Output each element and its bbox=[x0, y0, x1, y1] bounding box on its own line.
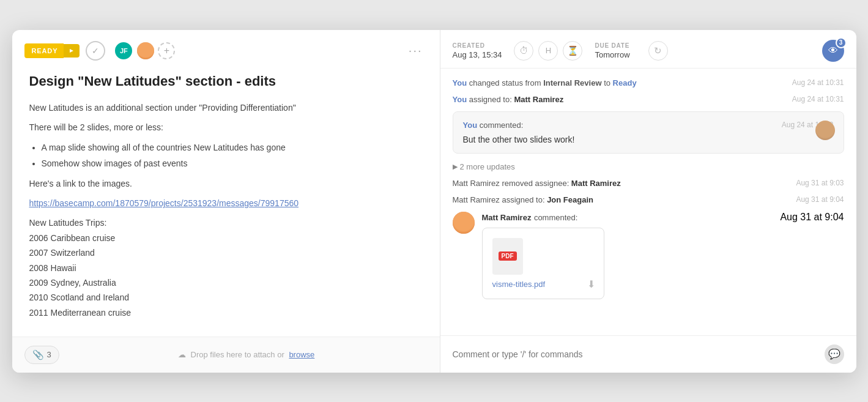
comment-body-you: But the other two slides work! bbox=[463, 135, 834, 144]
attachments-btn[interactable]: 📎 3 bbox=[24, 346, 59, 364]
download-icon[interactable]: ⬇ bbox=[587, 278, 595, 290]
task-title: Design "New Latitudes" section - edits bbox=[29, 73, 423, 91]
text-pre-1: changed status from bbox=[469, 78, 543, 87]
status-arrow-btn[interactable] bbox=[64, 44, 80, 58]
removed-assignee: Matt Ramirez bbox=[571, 179, 621, 188]
person-h-icon: H bbox=[538, 41, 558, 61]
trips-label: New Latitudes Trips: bbox=[29, 216, 423, 229]
activity-status-change: You changed status from Internal Review … bbox=[453, 78, 844, 87]
watcher-count: 3 bbox=[836, 37, 847, 48]
matt-comment-block: Matt Ramirez commented: Aug 31 at 9:04 P… bbox=[453, 212, 844, 299]
matt-comment-body: Matt Ramirez commented: Aug 31 at 9:04 P… bbox=[482, 212, 844, 299]
attach-count-label: 3 bbox=[47, 350, 51, 359]
activity-removed-assignee: Matt Ramirez removed assignee: Matt Rami… bbox=[453, 179, 844, 188]
modal-body: READY ✓ JF + bbox=[12, 30, 856, 373]
trip-6: 2011 Mediterranean cruise bbox=[29, 306, 423, 319]
bullet-item-2: Somehow show images of past events bbox=[42, 157, 423, 170]
trip-1: 2006 Caribbean cruise bbox=[29, 231, 423, 245]
left-header: READY ✓ JF + bbox=[12, 30, 440, 67]
task-modal: READY ✓ JF + bbox=[12, 30, 856, 373]
check-icon: ✓ bbox=[92, 46, 99, 56]
activity-text-4: Matt Ramirez assigned to: Jon Feagain bbox=[453, 195, 792, 204]
status-badge-group[interactable]: READY bbox=[24, 43, 80, 58]
assignee-group: JF + bbox=[114, 41, 175, 61]
actor-you-1: You bbox=[453, 78, 467, 87]
due-date-meta: DUE DATE Tomorrow bbox=[595, 42, 629, 59]
status-label: READY bbox=[32, 47, 58, 54]
pdf-filename[interactable]: visme-titles.pdf bbox=[492, 280, 546, 289]
pdf-label: PDF bbox=[499, 251, 517, 261]
status-from-1: Internal Review bbox=[543, 78, 601, 87]
more-options-btn[interactable]: ··· bbox=[404, 41, 428, 60]
hourglass-icon: ⏳ bbox=[563, 41, 582, 61]
actor-you-2: You bbox=[453, 95, 467, 104]
trip-4: 2009 Sydney, Australia bbox=[29, 276, 423, 289]
status-to-1: Ready bbox=[613, 78, 637, 87]
text-pre-2: assigned to: bbox=[469, 95, 514, 104]
activity-text-2: You assigned to: Matt Ramirez bbox=[453, 95, 787, 104]
drop-text: Drop files here to attach or bbox=[191, 350, 284, 359]
assignee-name-1: Matt Ramirez bbox=[514, 95, 563, 104]
comment-actor-you: You bbox=[463, 121, 478, 130]
matt-name-label: Matt Ramirez bbox=[482, 213, 532, 222]
created-value: Aug 13, 15:34 bbox=[453, 50, 502, 59]
svg-marker-0 bbox=[70, 49, 73, 53]
timestamp-3: Aug 31 at 9:03 bbox=[796, 179, 844, 187]
task-body: New Latitudes is an additional section u… bbox=[29, 101, 423, 319]
timestamp-1: Aug 24 at 10:31 bbox=[792, 78, 844, 87]
activity-text-3: Matt Ramirez removed assignee: Matt Rami… bbox=[453, 179, 792, 188]
activity-assign-jon: Matt Ramirez assigned to: Jon Feagain Au… bbox=[453, 195, 844, 204]
trip-3: 2008 Hawaii bbox=[29, 261, 423, 275]
comment-header-you: You commented: Aug 24 at 10:32 bbox=[463, 121, 834, 130]
more-updates-label: 2 more updates bbox=[460, 162, 515, 171]
text-mid-1: to bbox=[604, 78, 612, 87]
cloud-icon: ☁ bbox=[178, 350, 186, 359]
left-footer: 📎 3 ☁ Drop files here to attach or brows… bbox=[12, 337, 440, 373]
right-panel: CREATED Aug 13, 15:34 ⏱ H ⏳ DUE DATE Tom… bbox=[440, 30, 856, 373]
complete-btn[interactable]: ✓ bbox=[86, 41, 105, 61]
trips-section: New Latitudes Trips: 2006 Caribbean crui… bbox=[29, 216, 423, 319]
timestamp-2: Aug 24 at 10:31 bbox=[792, 95, 844, 103]
matt-avatar bbox=[453, 212, 475, 234]
comment-input[interactable] bbox=[453, 349, 825, 359]
timestamp-4: Aug 31 at 9:04 bbox=[796, 195, 844, 204]
avatar-jf: JF bbox=[114, 41, 133, 61]
basecamp-link[interactable]: https://basecamp.com/1870579/projects/25… bbox=[29, 198, 299, 208]
chevron-right-icon: ▶ bbox=[453, 163, 458, 171]
status-badge[interactable]: READY bbox=[24, 43, 64, 58]
matt-action-label: commented: bbox=[534, 213, 578, 222]
due-label: DUE DATE bbox=[595, 42, 629, 49]
right-header: CREATED Aug 13, 15:34 ⏱ H ⏳ DUE DATE Tom… bbox=[440, 30, 856, 69]
created-label: CREATED bbox=[453, 42, 502, 49]
matt-comment-ts: Aug 31 at 9:04 bbox=[780, 212, 844, 223]
add-assignee-btn[interactable]: + bbox=[158, 42, 175, 59]
send-comment-btn[interactable]: 💬 bbox=[825, 344, 844, 364]
jon-name: Jon Feagain bbox=[547, 195, 593, 204]
you-comment-block: You commented: Aug 24 at 10:32 But the o… bbox=[453, 111, 844, 154]
right-footer: 💬 bbox=[440, 335, 856, 373]
link-intro: Here's a link to the images. bbox=[29, 177, 423, 190]
created-meta: CREATED Aug 13, 15:34 bbox=[453, 42, 502, 59]
assignee-status-icons: ⏱ H ⏳ bbox=[514, 41, 582, 61]
trip-2: 2007 Switzerland bbox=[29, 246, 423, 259]
watchers-btn[interactable]: 👁 3 bbox=[822, 40, 844, 62]
avatar-matt bbox=[136, 41, 155, 61]
comment-author-you: You commented: bbox=[463, 121, 524, 130]
send-icon: 💬 bbox=[828, 348, 840, 360]
pdf-icon-box: PDF bbox=[492, 238, 523, 275]
browse-link[interactable]: browse bbox=[289, 350, 314, 359]
activity-assign: You assigned to: Matt Ramirez Aug 24 at … bbox=[453, 95, 844, 104]
pdf-attachment[interactable]: PDF visme-titles.pdf ⬇ bbox=[482, 228, 604, 299]
pin-icon: 📎 bbox=[32, 349, 44, 360]
removed-text: Matt Ramirez removed assignee: bbox=[453, 179, 571, 188]
activity-feed: You changed status from Internal Review … bbox=[440, 69, 856, 335]
more-updates-toggle[interactable]: ▶ 2 more updates bbox=[453, 162, 844, 171]
eye-icon: 👁 bbox=[828, 45, 838, 56]
comment-avatar-you bbox=[815, 121, 835, 140]
clock-icon: ⏱ bbox=[514, 41, 533, 61]
assign-jon-text: Matt Ramirez assigned to: bbox=[453, 195, 547, 204]
task-content: Design "New Latitudes" section - edits N… bbox=[12, 67, 440, 337]
body-para-1: New Latitudes is an additional section u… bbox=[29, 101, 423, 114]
due-value: Tomorrow bbox=[595, 50, 629, 59]
drop-zone: ☁ Drop files here to attach or browse bbox=[65, 350, 428, 359]
